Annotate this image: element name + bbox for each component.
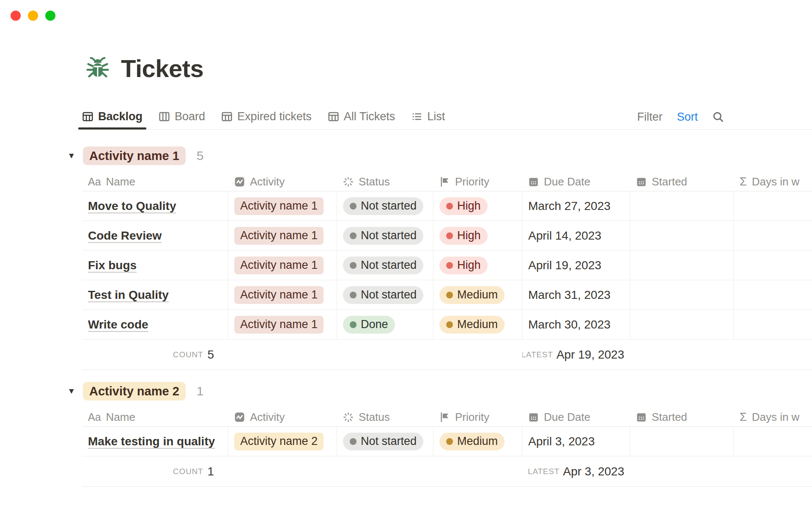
cell-status[interactable]: Done: [337, 310, 433, 339]
collapse-triangle-icon[interactable]: ▼: [67, 387, 76, 396]
status-tag[interactable]: Not started: [343, 197, 423, 215]
cell-days-in-work[interactable]: [734, 251, 812, 280]
tab-expired-tickets[interactable]: Expired tickets: [221, 104, 312, 129]
status-tag[interactable]: Not started: [343, 433, 423, 450]
cell-activity[interactable]: Activity name 1: [228, 251, 337, 280]
cell-days-in-work[interactable]: [734, 427, 812, 456]
activity-tag[interactable]: Activity name 1: [234, 257, 324, 274]
column-header-due-date[interactable]: Due Date: [522, 173, 630, 191]
cell-due-date[interactable]: April 3, 2023: [522, 427, 630, 456]
tab-list[interactable]: List: [411, 104, 445, 129]
row-title[interactable]: Move to Quality: [88, 199, 176, 213]
cell-priority[interactable]: Medium: [433, 280, 522, 309]
activity-tag[interactable]: Activity name 1: [234, 316, 324, 334]
tab-board[interactable]: Board: [159, 104, 205, 129]
cell-status[interactable]: Not started: [337, 427, 433, 456]
cell-priority[interactable]: Medium: [433, 310, 522, 339]
cell-days-in-work[interactable]: [734, 310, 812, 339]
cell-status[interactable]: Not started: [337, 280, 433, 309]
priority-tag[interactable]: Medium: [439, 316, 505, 334]
priority-tag[interactable]: Medium: [439, 286, 505, 304]
cell-days-in-work[interactable]: [734, 221, 812, 250]
cell-name[interactable]: Fix bugs: [82, 251, 228, 280]
sort-button[interactable]: Sort: [677, 110, 698, 124]
cell-due-date[interactable]: March 31, 2023: [522, 280, 630, 309]
column-header-name[interactable]: Aa Name: [82, 408, 228, 426]
column-header-days-in-work[interactable]: Σ Days in w: [734, 408, 812, 426]
cell-activity[interactable]: Activity name 1: [228, 221, 337, 250]
row-title[interactable]: Code Review: [88, 229, 162, 243]
cell-name[interactable]: Code Review: [82, 221, 228, 250]
column-header-started[interactable]: Started: [630, 173, 734, 191]
status-tag[interactable]: Not started: [343, 227, 423, 245]
tab-backlog[interactable]: Backlog: [82, 104, 143, 129]
cell-status[interactable]: Not started: [337, 251, 433, 280]
cell-started[interactable]: [630, 427, 734, 456]
column-header-started[interactable]: Started: [630, 408, 734, 426]
count-calculation[interactable]: COUNT 5: [82, 340, 228, 370]
cell-status[interactable]: Not started: [337, 221, 433, 250]
cell-activity[interactable]: Activity name 1: [228, 280, 337, 309]
cell-activity[interactable]: Activity name 1: [228, 191, 337, 221]
zoom-window-button[interactable]: [45, 11, 55, 21]
priority-tag[interactable]: High: [439, 197, 488, 215]
column-header-name[interactable]: Aa Name: [82, 173, 228, 191]
row-title[interactable]: Make testing in quality: [88, 435, 215, 448]
activity-tag[interactable]: Activity name 1: [234, 286, 324, 304]
activity-tag[interactable]: Activity name 1: [234, 227, 324, 245]
priority-tag[interactable]: High: [439, 227, 488, 245]
close-window-button[interactable]: [11, 11, 21, 21]
row-title[interactable]: Write code: [88, 318, 148, 331]
cell-due-date[interactable]: April 19, 2023: [522, 251, 630, 280]
cell-status[interactable]: Not started: [337, 191, 433, 221]
cell-name[interactable]: Write code: [82, 310, 228, 339]
cell-priority[interactable]: High: [433, 191, 522, 221]
cell-started[interactable]: [630, 221, 734, 250]
cell-due-date[interactable]: April 14, 2023: [522, 221, 630, 250]
column-header-activity[interactable]: Activity: [228, 173, 337, 191]
cell-activity[interactable]: Activity name 1: [228, 310, 337, 339]
cell-due-date[interactable]: March 30, 2023: [522, 310, 630, 339]
cell-name[interactable]: Make testing in quality: [82, 427, 228, 456]
cell-started[interactable]: [630, 310, 734, 339]
latest-calculation[interactable]: LATEST Apr 19, 2023: [522, 340, 630, 370]
bug-icon[interactable]: [85, 55, 111, 82]
priority-tag[interactable]: High: [439, 257, 488, 274]
activity-tag[interactable]: Activity name 2: [234, 433, 324, 450]
filter-button[interactable]: Filter: [637, 110, 662, 124]
cell-name[interactable]: Move to Quality: [82, 191, 228, 221]
status-tag[interactable]: Done: [343, 316, 395, 334]
minimize-window-button[interactable]: [28, 11, 38, 21]
cell-started[interactable]: [630, 191, 734, 221]
group-name-tag[interactable]: Activity name 2: [83, 382, 186, 400]
column-header-days-in-work[interactable]: Σ Days in w: [734, 173, 812, 191]
status-tag[interactable]: Not started: [343, 286, 423, 304]
cell-started[interactable]: [630, 280, 734, 309]
cell-priority[interactable]: High: [433, 251, 522, 280]
group-name-tag[interactable]: Activity name 1: [83, 146, 186, 165]
tab-all-tickets[interactable]: All Tickets: [328, 104, 395, 129]
cell-started[interactable]: [630, 251, 734, 280]
page-title[interactable]: Tickets: [121, 54, 203, 83]
row-title[interactable]: Fix bugs: [88, 259, 137, 272]
row-title[interactable]: Test in Quality: [88, 288, 169, 302]
column-header-due-date[interactable]: Due Date: [522, 408, 630, 426]
cell-priority[interactable]: Medium: [433, 427, 522, 456]
collapse-triangle-icon[interactable]: ▼: [67, 151, 76, 160]
column-header-priority[interactable]: Priority: [433, 173, 522, 191]
latest-calculation[interactable]: LATEST Apr 3, 2023: [522, 456, 630, 486]
cell-activity[interactable]: Activity name 2: [228, 427, 337, 456]
priority-tag[interactable]: Medium: [439, 433, 505, 450]
cell-priority[interactable]: High: [433, 221, 522, 250]
search-icon[interactable]: [712, 111, 724, 123]
column-header-status[interactable]: Status: [337, 408, 433, 426]
column-header-activity[interactable]: Activity: [228, 408, 337, 426]
column-header-priority[interactable]: Priority: [433, 408, 522, 426]
status-tag[interactable]: Not started: [343, 257, 423, 274]
cell-days-in-work[interactable]: [734, 191, 812, 221]
activity-tag[interactable]: Activity name 1: [234, 197, 324, 215]
cell-name[interactable]: Test in Quality: [82, 280, 228, 309]
column-header-status[interactable]: Status: [337, 173, 433, 191]
cell-days-in-work[interactable]: [734, 280, 812, 309]
count-calculation[interactable]: COUNT 1: [82, 456, 228, 486]
